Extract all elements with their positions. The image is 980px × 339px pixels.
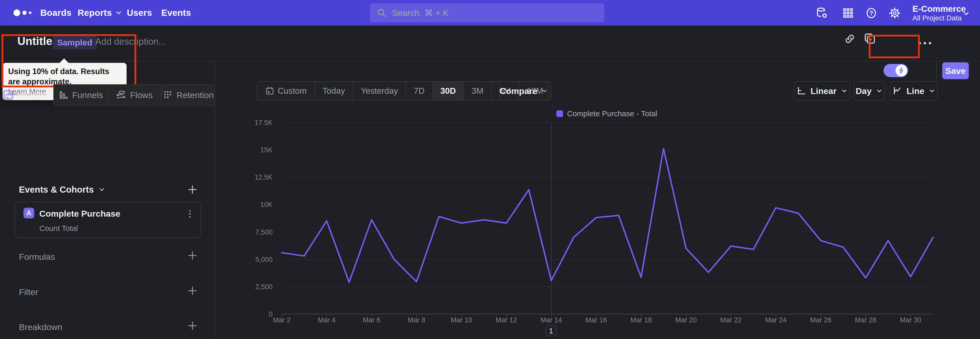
y-tick-label: 0 bbox=[269, 310, 272, 318]
add-to-board-icon[interactable] bbox=[863, 32, 876, 45]
x-tick-label: Mar 22 bbox=[720, 316, 741, 324]
chevron-down-icon bbox=[841, 87, 848, 94]
scale-dropdown[interactable]: Linear bbox=[794, 81, 850, 101]
x-tick-label: Mar 2 bbox=[273, 316, 290, 324]
apps-grid-icon[interactable] bbox=[842, 7, 854, 19]
tab-funnels[interactable]: Funnels bbox=[53, 84, 108, 106]
range-label: 3M bbox=[472, 86, 484, 96]
save-button[interactable]: Save bbox=[942, 62, 969, 79]
nav-item-label: Users bbox=[127, 8, 152, 18]
sampling-toggle-knob bbox=[896, 65, 907, 77]
interval-dropdown[interactable]: Day bbox=[854, 81, 885, 101]
add-filter-button[interactable] bbox=[187, 285, 198, 296]
copy-link-icon[interactable] bbox=[844, 33, 856, 45]
x-tick-label: Mar 28 bbox=[855, 316, 877, 324]
global-search[interactable] bbox=[370, 3, 605, 22]
range-label: 30D bbox=[441, 86, 456, 96]
tab-flows[interactable]: Flows bbox=[108, 84, 162, 106]
range-7d[interactable]: 7D bbox=[406, 82, 433, 100]
nav-item-boards[interactable]: Boards bbox=[40, 8, 72, 18]
event-letter-badge: A bbox=[24, 208, 34, 218]
header-divider bbox=[936, 62, 937, 79]
nav-item-reports[interactable]: Reports bbox=[78, 8, 123, 18]
tab-insights[interactable]: Insights bbox=[0, 84, 53, 106]
range-3m[interactable]: 3M bbox=[464, 82, 492, 100]
x-tick-label: Mar 26 bbox=[810, 316, 832, 324]
calendar-icon bbox=[265, 86, 275, 96]
chevron-down-icon[interactable] bbox=[962, 10, 971, 18]
svg-text:?: ? bbox=[870, 10, 873, 17]
data-management-icon[interactable] bbox=[816, 6, 829, 19]
mixpanel-logo-icon[interactable] bbox=[13, 8, 35, 18]
add-formula-button[interactable] bbox=[187, 250, 198, 261]
events-cohorts-header[interactable]: Events & Cohorts bbox=[19, 184, 106, 195]
x-tick-label: Mar 4 bbox=[318, 316, 335, 324]
insights-report-page: { "nav": { "items": [ {"label": "Boards"… bbox=[0, 0, 980, 339]
search-icon bbox=[377, 8, 387, 18]
linear-axes-icon bbox=[796, 86, 807, 96]
chart-type-dropdown[interactable]: Line bbox=[890, 81, 938, 101]
tab-retention[interactable]: Retention bbox=[161, 84, 215, 106]
events-cohorts-label: Events & Cohorts bbox=[19, 184, 94, 195]
x-tick-label: Mar 16 bbox=[585, 316, 607, 324]
more-options-icon[interactable] bbox=[917, 40, 932, 46]
range-yesterday[interactable]: Yesterday bbox=[353, 82, 406, 100]
add-breakdown-button[interactable] bbox=[187, 320, 198, 331]
tab-label: Flows bbox=[130, 90, 153, 100]
event-options-icon[interactable] bbox=[185, 208, 194, 219]
nav-item-label: Boards bbox=[40, 8, 72, 18]
nav-item-events[interactable]: Events bbox=[161, 8, 191, 18]
y-tick-label: 2,500 bbox=[255, 283, 272, 291]
report-header: Untitled Sampled + Add description... Sa… bbox=[0, 26, 980, 61]
section-formulas: Formulas bbox=[19, 252, 55, 262]
x-tick-label: Mar 6 bbox=[363, 316, 380, 324]
tab-label: Retention bbox=[177, 90, 214, 100]
compare-dropdown[interactable]: Compare bbox=[499, 81, 548, 101]
funnels-bars-icon bbox=[58, 90, 68, 101]
nav-item-label: Events bbox=[161, 8, 191, 18]
add-event-button[interactable] bbox=[187, 184, 198, 195]
range-30d[interactable]: 30D bbox=[433, 82, 464, 100]
range-custom[interactable]: Custom bbox=[257, 82, 315, 100]
range-today[interactable]: Today bbox=[315, 82, 353, 100]
x-tick-label: Mar 10 bbox=[451, 316, 472, 324]
pagination-page-1[interactable]: 1 bbox=[546, 325, 556, 336]
event-metric[interactable]: Count Total bbox=[39, 224, 78, 233]
chart-svg: 02,5005,0007,50010K12.5K15K17.5KMar 2Mar… bbox=[242, 112, 950, 337]
y-tick-label: 17.5K bbox=[255, 119, 272, 126]
help-icon[interactable]: ? bbox=[865, 7, 877, 19]
add-description[interactable]: + Add description... bbox=[88, 36, 166, 47]
x-tick-label: Mar 20 bbox=[675, 316, 697, 324]
top-nav: Boards Reports Users Events ? bbox=[0, 0, 980, 26]
project-switcher[interactable]: E-Commerce All Project Data bbox=[912, 3, 966, 22]
nav-item-users[interactable]: Users bbox=[127, 8, 152, 18]
section-filter: Filter bbox=[19, 287, 38, 297]
range-label: Custom bbox=[278, 86, 307, 96]
project-name: E-Commerce bbox=[912, 3, 966, 14]
search-input[interactable] bbox=[391, 8, 598, 18]
chart-type-label: Line bbox=[907, 86, 924, 96]
query-builder-sidebar: Insights Funnels Flows bbox=[0, 61, 215, 339]
x-tick-label: Mar 30 bbox=[900, 316, 921, 324]
scale-label: Linear bbox=[811, 86, 837, 96]
y-tick-label: 7,500 bbox=[255, 229, 272, 236]
chevron-down-icon bbox=[541, 87, 548, 94]
range-label: 7D bbox=[414, 86, 425, 96]
tab-label: Insights bbox=[18, 90, 51, 100]
x-tick-label: Mar 14 bbox=[541, 316, 562, 324]
sampling-toggle[interactable] bbox=[883, 64, 908, 77]
compare-label: Compare bbox=[500, 86, 537, 96]
series-line bbox=[282, 149, 933, 282]
retention-dots-icon bbox=[162, 90, 173, 101]
flows-icon bbox=[116, 90, 126, 101]
lightning-bolt-icon bbox=[897, 67, 905, 74]
x-tick-label: Mar 18 bbox=[630, 316, 652, 324]
range-label: Today bbox=[323, 86, 345, 96]
settings-gear-icon[interactable] bbox=[889, 7, 901, 19]
event-name: Complete Purchase bbox=[39, 209, 120, 219]
y-tick-label: 10K bbox=[260, 201, 272, 208]
range-label: Yesterday bbox=[361, 86, 398, 96]
insights-chart-icon bbox=[3, 90, 14, 101]
x-tick-label: Mar 12 bbox=[496, 316, 517, 324]
event-card[interactable]: A Complete Purchase Count Total bbox=[15, 201, 201, 238]
